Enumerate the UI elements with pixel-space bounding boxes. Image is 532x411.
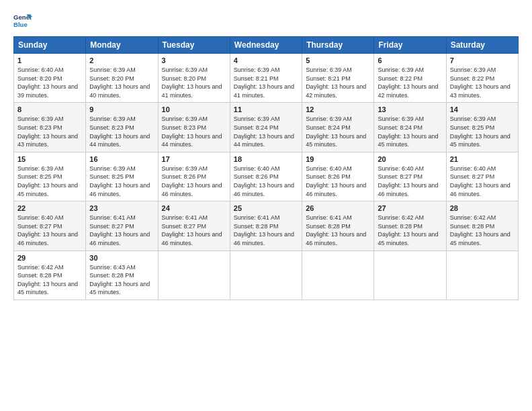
day-number: 20: [378, 155, 442, 163]
sunrise-label: Sunrise: 6:40 AM: [378, 165, 424, 172]
day-number: 8: [17, 105, 82, 113]
calendar-day-cell: 25 Sunrise: 6:41 AM Sunset: 8:28 PM Dayl…: [230, 201, 302, 250]
sunrise-label: Sunrise: 6:39 AM: [162, 165, 208, 172]
calendar-week-row: 22 Sunrise: 6:40 AM Sunset: 8:27 PM Dayl…: [14, 201, 519, 250]
calendar-day-cell: 29 Sunrise: 6:42 AM Sunset: 8:28 PM Dayl…: [14, 250, 86, 300]
sunrise-label: Sunrise: 6:39 AM: [378, 66, 424, 73]
sunset-label: Sunset: 8:20 PM: [89, 75, 134, 82]
calendar-table: SundayMondayTuesdayWednesdayThursdayFrid…: [13, 36, 519, 300]
calendar-day-cell: 17 Sunrise: 6:39 AM Sunset: 8:26 PM Dayl…: [158, 152, 230, 201]
calendar-day-cell: [302, 250, 374, 300]
sunset-label: Sunset: 8:24 PM: [234, 124, 279, 131]
calendar-day-cell: 13 Sunrise: 6:39 AM Sunset: 8:24 PM Dayl…: [374, 103, 446, 152]
day-info: Sunrise: 6:42 AM Sunset: 8:28 PM Dayligh…: [378, 214, 442, 247]
daylight-label: Daylight: 13 hours and 46 minutes.: [450, 182, 511, 197]
svg-text:Blue: Blue: [13, 21, 28, 28]
day-info: Sunrise: 6:39 AM Sunset: 8:24 PM Dayligh…: [378, 115, 442, 148]
calendar-day-cell: 22 Sunrise: 6:40 AM Sunset: 8:27 PM Dayl…: [14, 201, 86, 250]
day-info: Sunrise: 6:39 AM Sunset: 8:23 PM Dayligh…: [162, 115, 226, 148]
sunset-label: Sunset: 8:22 PM: [450, 75, 495, 82]
day-info: Sunrise: 6:39 AM Sunset: 8:24 PM Dayligh…: [234, 115, 298, 148]
sunrise-label: Sunrise: 6:39 AM: [17, 165, 64, 172]
sunrise-label: Sunrise: 6:39 AM: [17, 116, 64, 122]
day-number: 16: [89, 155, 154, 163]
day-number: 19: [306, 155, 370, 163]
sunset-label: Sunset: 8:20 PM: [17, 75, 62, 82]
sunrise-label: Sunrise: 6:43 AM: [89, 264, 136, 271]
logo-icon: General Blue: [13, 12, 32, 31]
day-number: 4: [234, 56, 298, 64]
calendar-day-cell: 24 Sunrise: 6:41 AM Sunset: 8:27 PM Dayl…: [158, 201, 230, 250]
day-number: 21: [450, 155, 515, 163]
sunset-label: Sunset: 8:25 PM: [89, 173, 134, 180]
calendar-day-cell: 16 Sunrise: 6:39 AM Sunset: 8:25 PM Dayl…: [86, 152, 158, 201]
weekday-header-row: SundayMondayTuesdayWednesdayThursdayFrid…: [14, 37, 519, 54]
day-info: Sunrise: 6:39 AM Sunset: 8:20 PM Dayligh…: [162, 66, 226, 99]
day-info: Sunrise: 6:41 AM Sunset: 8:27 PM Dayligh…: [162, 214, 226, 247]
sunset-label: Sunset: 8:23 PM: [162, 124, 207, 131]
calendar-day-cell: [230, 250, 302, 300]
day-number: 28: [450, 204, 515, 212]
calendar-day-cell: 8 Sunrise: 6:39 AM Sunset: 8:23 PM Dayli…: [14, 103, 86, 152]
calendar-day-cell: 7 Sunrise: 6:39 AM Sunset: 8:22 PM Dayli…: [446, 54, 518, 103]
day-info: Sunrise: 6:40 AM Sunset: 8:27 PM Dayligh…: [17, 214, 82, 247]
sunset-label: Sunset: 8:22 PM: [378, 75, 423, 82]
day-number: 23: [89, 204, 154, 212]
day-number: 27: [378, 204, 442, 212]
daylight-label: Daylight: 13 hours and 45 minutes.: [306, 133, 366, 148]
calendar-day-cell: 28 Sunrise: 6:42 AM Sunset: 8:28 PM Dayl…: [446, 201, 518, 250]
sunrise-label: Sunrise: 6:39 AM: [450, 66, 496, 73]
sunrise-label: Sunrise: 6:39 AM: [234, 66, 280, 73]
day-info: Sunrise: 6:39 AM Sunset: 8:22 PM Dayligh…: [450, 66, 515, 99]
day-number: 6: [378, 56, 442, 64]
daylight-label: Daylight: 13 hours and 46 minutes.: [306, 182, 366, 197]
sunset-label: Sunset: 8:28 PM: [306, 223, 351, 230]
calendar-day-cell: 20 Sunrise: 6:40 AM Sunset: 8:27 PM Dayl…: [374, 152, 446, 201]
sunrise-label: Sunrise: 6:39 AM: [306, 116, 352, 122]
day-number: 5: [306, 56, 370, 64]
day-info: Sunrise: 6:40 AM Sunset: 8:27 PM Dayligh…: [378, 165, 442, 198]
day-number: 2: [89, 56, 154, 64]
sunrise-label: Sunrise: 6:40 AM: [450, 165, 496, 172]
day-info: Sunrise: 6:39 AM Sunset: 8:25 PM Dayligh…: [450, 115, 515, 148]
calendar-day-cell: 6 Sunrise: 6:39 AM Sunset: 8:22 PM Dayli…: [374, 54, 446, 103]
header: General Blue: [13, 12, 519, 31]
daylight-label: Daylight: 13 hours and 41 minutes.: [162, 83, 222, 99]
day-number: 25: [234, 204, 298, 212]
day-number: 10: [162, 105, 226, 113]
daylight-label: Daylight: 13 hours and 45 minutes.: [378, 231, 438, 246]
daylight-label: Daylight: 13 hours and 39 minutes.: [17, 83, 78, 99]
calendar-day-cell: 3 Sunrise: 6:39 AM Sunset: 8:20 PM Dayli…: [158, 54, 230, 103]
sunset-label: Sunset: 8:27 PM: [162, 223, 207, 230]
sunrise-label: Sunrise: 6:42 AM: [378, 214, 424, 221]
calendar-day-cell: 10 Sunrise: 6:39 AM Sunset: 8:23 PM Dayl…: [158, 103, 230, 152]
weekday-header-cell: Monday: [86, 37, 158, 54]
sunset-label: Sunset: 8:26 PM: [234, 173, 279, 180]
sunrise-label: Sunrise: 6:41 AM: [234, 214, 280, 221]
sunset-label: Sunset: 8:26 PM: [306, 173, 351, 180]
sunrise-label: Sunrise: 6:39 AM: [306, 66, 352, 73]
day-info: Sunrise: 6:42 AM Sunset: 8:28 PM Dayligh…: [450, 214, 515, 247]
day-number: 29: [17, 254, 82, 262]
sunrise-label: Sunrise: 6:40 AM: [306, 165, 352, 172]
day-info: Sunrise: 6:39 AM Sunset: 8:21 PM Dayligh…: [234, 66, 298, 99]
day-info: Sunrise: 6:42 AM Sunset: 8:28 PM Dayligh…: [17, 263, 82, 297]
day-info: Sunrise: 6:39 AM Sunset: 8:26 PM Dayligh…: [162, 165, 226, 198]
calendar-day-cell: 26 Sunrise: 6:41 AM Sunset: 8:28 PM Dayl…: [302, 201, 374, 250]
daylight-label: Daylight: 13 hours and 41 minutes.: [234, 83, 294, 99]
daylight-label: Daylight: 13 hours and 44 minutes.: [162, 133, 222, 148]
day-number: 26: [306, 204, 370, 212]
daylight-label: Daylight: 13 hours and 45 minutes.: [17, 182, 78, 197]
calendar-week-row: 15 Sunrise: 6:39 AM Sunset: 8:25 PM Dayl…: [14, 152, 519, 201]
sunrise-label: Sunrise: 6:39 AM: [162, 116, 208, 122]
daylight-label: Daylight: 13 hours and 46 minutes.: [162, 231, 222, 246]
day-info: Sunrise: 6:40 AM Sunset: 8:26 PM Dayligh…: [234, 165, 298, 198]
calendar-day-cell: 27 Sunrise: 6:42 AM Sunset: 8:28 PM Dayl…: [374, 201, 446, 250]
page: General Blue SundayMondayTuesdayWednesda…: [0, 0, 532, 411]
calendar-day-cell: 4 Sunrise: 6:39 AM Sunset: 8:21 PM Dayli…: [230, 54, 302, 103]
daylight-label: Daylight: 13 hours and 46 minutes.: [234, 231, 294, 246]
sunset-label: Sunset: 8:28 PM: [234, 223, 279, 230]
daylight-label: Daylight: 13 hours and 43 minutes.: [17, 133, 78, 148]
sunrise-label: Sunrise: 6:41 AM: [306, 214, 352, 221]
day-info: Sunrise: 6:41 AM Sunset: 8:28 PM Dayligh…: [306, 214, 370, 247]
